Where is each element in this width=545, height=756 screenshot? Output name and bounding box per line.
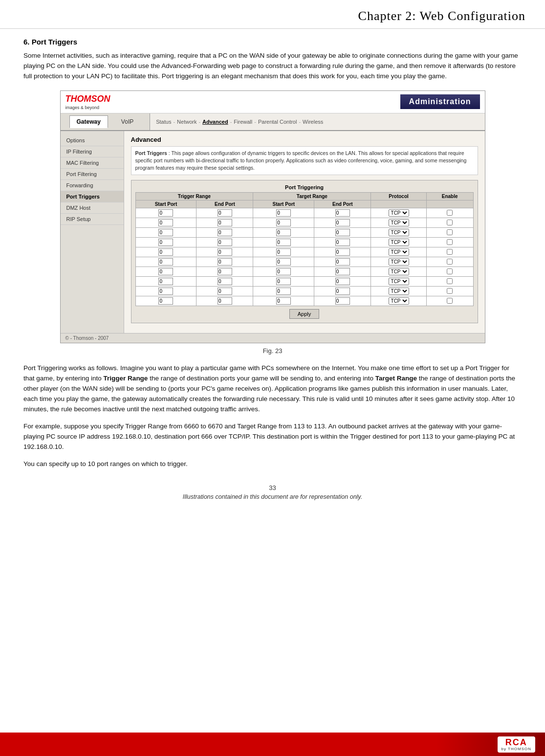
- table-row: TCPUDPBoth: [135, 228, 473, 238]
- input-start-port[interactable]: [158, 297, 173, 305]
- bold-target-range: Target Range: [375, 375, 417, 382]
- select-protocol[interactable]: TCPUDPBoth: [389, 278, 409, 285]
- input-start-port[interactable]: [158, 258, 173, 266]
- input-end-port[interactable]: [218, 268, 232, 275]
- input-start-port[interactable]: [158, 248, 173, 256]
- input-start-port[interactable]: [158, 219, 173, 226]
- rca-sub: by THOMSON: [501, 747, 531, 751]
- checkbox-enable[interactable]: [447, 249, 453, 255]
- checkbox-enable[interactable]: [447, 239, 453, 245]
- cell-enable: [426, 228, 473, 238]
- sidebar-item-dmz-host[interactable]: DMZ Host: [61, 202, 124, 214]
- select-protocol[interactable]: TCPUDPBoth: [389, 239, 409, 246]
- cell-end-port: [196, 277, 253, 287]
- input-start-port[interactable]: [158, 239, 173, 246]
- input-target-end-port[interactable]: [335, 288, 350, 295]
- sidebar-item-mac-filtering[interactable]: MAC Filtering: [61, 157, 124, 169]
- admin-body: Options IP Filtering MAC Filtering Port …: [61, 131, 485, 334]
- admin-nav: Gateway VoIP Status - Network - Advanced…: [61, 113, 485, 131]
- subnav-firewall[interactable]: Firewall: [234, 119, 252, 125]
- input-target-start-port[interactable]: [276, 219, 291, 226]
- input-target-start-port[interactable]: [276, 297, 291, 305]
- checkbox-enable[interactable]: [447, 278, 453, 284]
- sidebar-item-ip-filtering[interactable]: IP Filtering: [61, 146, 124, 157]
- apply-button[interactable]: Apply: [289, 309, 320, 319]
- checkbox-enable[interactable]: [447, 220, 453, 225]
- input-end-port[interactable]: [218, 229, 232, 236]
- nav-tab-voip[interactable]: VoIP: [114, 115, 141, 128]
- input-end-port[interactable]: [218, 288, 232, 295]
- input-target-start-port[interactable]: [276, 288, 291, 295]
- input-target-start-port[interactable]: [276, 229, 291, 236]
- input-start-port[interactable]: [158, 229, 173, 236]
- subnav-wireless[interactable]: Wireless: [303, 119, 323, 125]
- select-protocol[interactable]: TCPUDPBoth: [389, 297, 409, 305]
- input-end-port[interactable]: [218, 209, 232, 217]
- checkbox-enable[interactable]: [447, 298, 453, 304]
- sidebar-item-port-triggers[interactable]: Port Triggers: [61, 191, 124, 202]
- input-target-start-port[interactable]: [276, 248, 291, 256]
- thomson-header: THOMSON images & beyond Administration: [61, 91, 485, 113]
- input-target-end-port[interactable]: [335, 268, 350, 275]
- sidebar-item-port-filtering[interactable]: Port Filtering: [61, 169, 124, 180]
- input-target-end-port[interactable]: [335, 297, 350, 305]
- input-end-port[interactable]: [218, 278, 232, 285]
- cell-protocol: TCPUDPBoth: [371, 267, 426, 277]
- nav-tab-gateway[interactable]: Gateway: [69, 115, 108, 128]
- sidebar-item-forwarding[interactable]: Forwarding: [61, 180, 124, 191]
- rca-text: RCA: [505, 738, 527, 747]
- checkbox-enable[interactable]: [447, 268, 453, 274]
- cell-target-end-port: [314, 218, 371, 228]
- input-target-end-port[interactable]: [335, 229, 350, 236]
- select-protocol[interactable]: TCPUDPBoth: [389, 229, 409, 236]
- checkbox-enable[interactable]: [447, 259, 453, 265]
- input-end-port[interactable]: [218, 239, 232, 246]
- select-protocol[interactable]: TCPUDPBoth: [389, 268, 409, 275]
- checkbox-enable[interactable]: [447, 229, 453, 235]
- input-target-start-port[interactable]: [276, 239, 291, 246]
- input-end-port[interactable]: [218, 258, 232, 266]
- input-start-port[interactable]: [158, 288, 173, 295]
- input-start-port[interactable]: [158, 209, 173, 217]
- subnav-network[interactable]: Network: [177, 119, 196, 125]
- input-target-end-port[interactable]: [335, 248, 350, 256]
- input-target-end-port[interactable]: [335, 278, 350, 285]
- sidebar-item-options[interactable]: Options: [61, 135, 124, 146]
- cell-target-end-port: [314, 296, 371, 306]
- select-protocol[interactable]: TCPUDPBoth: [389, 219, 409, 226]
- input-target-start-port[interactable]: [276, 258, 291, 266]
- cell-end-port: [196, 287, 253, 296]
- checkbox-enable[interactable]: [447, 288, 453, 294]
- input-target-end-port[interactable]: [335, 209, 350, 217]
- input-target-start-port[interactable]: [276, 209, 291, 217]
- checkbox-enable[interactable]: [447, 210, 453, 216]
- cell-target-start-port: [253, 296, 314, 306]
- chapter-title: Chapter 2: Web Configuration: [20, 9, 525, 23]
- select-protocol[interactable]: TCPUDPBoth: [389, 248, 409, 256]
- subnav-status[interactable]: Status: [156, 119, 171, 125]
- input-end-port[interactable]: [218, 219, 232, 226]
- cell-protocol: TCPUDPBoth: [371, 208, 426, 218]
- cell-protocol: TCPUDPBoth: [371, 218, 426, 228]
- input-start-port[interactable]: [158, 278, 173, 285]
- input-end-port[interactable]: [218, 297, 232, 305]
- subnav-parental[interactable]: Parental Control: [258, 119, 297, 125]
- screenshot-container: THOMSON images & beyond Administration G…: [60, 90, 485, 344]
- input-end-port[interactable]: [218, 248, 232, 256]
- input-target-start-port[interactable]: [276, 278, 291, 285]
- input-target-end-port[interactable]: [335, 239, 350, 246]
- input-target-end-port[interactable]: [335, 219, 350, 226]
- select-protocol[interactable]: TCPUDPBoth: [389, 258, 409, 266]
- cell-target-start-port: [253, 267, 314, 277]
- cell-enable: [426, 218, 473, 228]
- page-desc-text: This page allows configuration of dynami…: [135, 150, 467, 171]
- input-target-start-port[interactable]: [276, 268, 291, 275]
- input-start-port[interactable]: [158, 268, 173, 275]
- select-protocol[interactable]: TCPUDPBoth: [389, 209, 409, 217]
- sidebar-item-rip-setup[interactable]: RIP Setup: [61, 214, 124, 225]
- input-target-end-port[interactable]: [335, 258, 350, 266]
- select-protocol[interactable]: TCPUDPBoth: [389, 288, 409, 295]
- subnav-advanced[interactable]: Advanced: [202, 119, 228, 125]
- cell-end-port: [196, 257, 253, 267]
- cell-enable: [426, 277, 473, 287]
